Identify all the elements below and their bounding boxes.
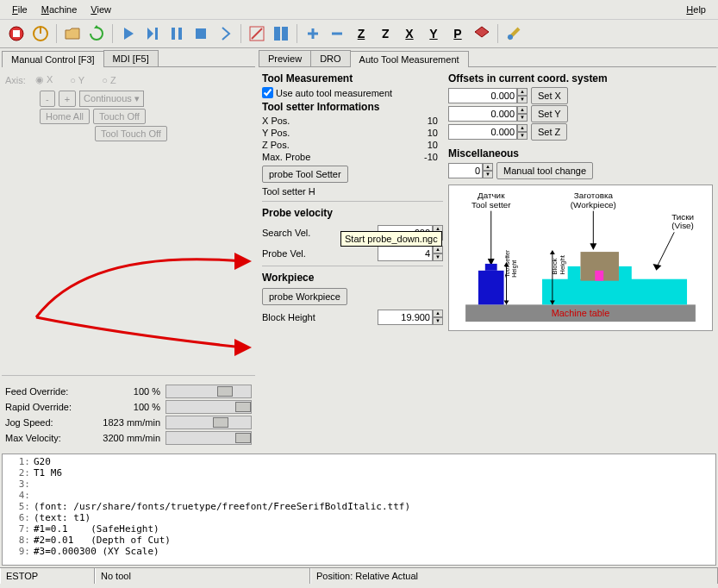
svg-rect-33 <box>568 266 581 288</box>
svg-rect-10 <box>274 27 280 41</box>
menu-help[interactable]: Help <box>679 2 713 17</box>
tab-dro[interactable]: DRO <box>310 50 350 66</box>
svg-rect-7 <box>196 28 206 39</box>
pause-button[interactable] <box>165 22 188 45</box>
rapid-override-label: Rapid Override: <box>5 402 86 412</box>
jog-speed-label: Jog Speed: <box>5 417 86 428</box>
menu-machine[interactable]: Machine <box>34 2 84 17</box>
svg-text:Tool setter: Tool setter <box>471 200 511 210</box>
probe-velocity-title: Probe velocity <box>262 205 443 221</box>
auto-tool-label: Use auto tool measurement <box>276 88 392 98</box>
jog-speed-value: 1823 mm/min <box>86 417 165 428</box>
view-p-button[interactable]: P <box>446 22 469 45</box>
rapid-override-value: 100 % <box>86 402 165 412</box>
svg-text:Заготовка: Заготовка <box>574 191 614 200</box>
tab-mdi[interactable]: MDI [F5] <box>103 50 159 66</box>
svg-text:Block: Block <box>551 258 559 274</box>
offset-y-input[interactable]: ▲▼ <box>448 106 528 122</box>
jog-minus-button[interactable]: - <box>40 91 55 107</box>
maxprobe-label: Max. Probe <box>262 152 424 162</box>
set-y-button[interactable]: Set Y <box>531 105 568 122</box>
probe-workpiece-button[interactable]: probe Workpiece <box>262 288 347 305</box>
offset-z-input[interactable]: ▲▼ <box>448 124 528 140</box>
svg-text:Height: Height <box>511 260 518 278</box>
misc-title: Miscellaneous <box>448 146 713 161</box>
feed-override-label: Feed Override: <box>5 386 86 397</box>
view-persp-button[interactable] <box>471 22 493 45</box>
workpiece-title: Workpiece <box>262 270 443 285</box>
menu-view[interactable]: View <box>84 2 118 17</box>
clear-plot-button[interactable] <box>503 22 525 45</box>
tab-preview[interactable]: Preview <box>259 50 311 66</box>
probe-vel-input[interactable]: ▲▼ <box>378 246 443 261</box>
view-x-button[interactable]: X <box>398 22 421 45</box>
svg-text:Machine table: Machine table <box>552 308 610 318</box>
tool-measurement-title: Tool Measurement <box>262 71 443 86</box>
xpos-value: 10 <box>428 116 443 126</box>
svg-text:Тиски: Тиски <box>671 212 694 222</box>
offset-x-input[interactable]: ▲▼ <box>448 88 528 103</box>
svg-rect-32 <box>542 279 687 305</box>
svg-rect-6 <box>178 28 182 40</box>
view-y-button[interactable]: Y <box>422 22 445 45</box>
menu-file[interactable]: File <box>5 2 34 17</box>
svg-rect-27 <box>478 271 504 305</box>
power-button[interactable] <box>29 22 52 45</box>
zoom-in-button[interactable] <box>302 22 324 45</box>
svg-rect-11 <box>282 27 288 41</box>
jog-plus-button[interactable]: + <box>59 91 76 107</box>
annotation-arrows <box>19 222 260 360</box>
svg-rect-5 <box>172 28 175 40</box>
step-button[interactable] <box>141 22 164 45</box>
set-x-button[interactable]: Set X <box>531 87 568 104</box>
open-button[interactable] <box>61 22 84 45</box>
feed-override-slider[interactable] <box>165 385 252 398</box>
block-height-label: Block Height <box>262 312 378 322</box>
view-z2-button[interactable]: Z <box>374 22 396 45</box>
manual-tool-change-button[interactable]: Manual tool change <box>496 162 593 179</box>
set-z-button[interactable]: Set Z <box>531 123 567 141</box>
jog-speed-slider[interactable] <box>165 416 252 429</box>
opt-stop-button[interactable] <box>246 22 268 45</box>
estop-button[interactable] <box>5 22 28 45</box>
reload-button[interactable] <box>85 22 108 45</box>
tool-touch-off-button[interactable]: Tool Touch Off <box>95 126 167 141</box>
rapid-override-slider[interactable] <box>165 400 252 414</box>
axis-label: Axis: <box>5 75 26 85</box>
maxprobe-value: -10 <box>424 152 443 162</box>
play-button[interactable] <box>117 22 140 45</box>
touch-off-button[interactable]: Touch Off <box>93 109 146 124</box>
max-velocity-label: Max Velocity: <box>5 433 86 443</box>
svg-point-15 <box>508 34 513 40</box>
svg-rect-28 <box>485 264 497 271</box>
svg-text:Tool setter: Tool setter <box>504 249 510 278</box>
jog-mode-select[interactable]: Continuous ▾ <box>79 91 144 107</box>
auto-tool-checkbox[interactable] <box>262 87 273 98</box>
gcode-listing[interactable]: 1:G20 2:T1 M6 3: 4: 5:(font: /usr/share/… <box>2 454 716 566</box>
zpos-label: Z Pos. <box>262 140 428 150</box>
zoom-out-button[interactable] <box>326 22 348 45</box>
offsets-title: Offsets in current coord. system <box>448 71 713 86</box>
probe-tool-setter-button[interactable]: probe Tool Setter <box>262 166 348 183</box>
home-all-button[interactable]: Home All <box>40 109 90 124</box>
block-del-button[interactable] <box>270 22 292 45</box>
ypos-label: Y Pos. <box>262 128 428 138</box>
svg-text:(Workpiece): (Workpiece) <box>571 200 616 210</box>
tab-manual-control[interactable]: Manual Control [F3] <box>2 51 104 67</box>
skip-button[interactable] <box>214 22 236 45</box>
status-position: Position: Relative Actual <box>310 568 718 584</box>
status-estop: ESTOP <box>0 568 95 584</box>
misc-input[interactable]: ▲▼ <box>448 163 493 178</box>
svg-line-24 <box>657 232 674 266</box>
axis-z-radio: ○ Z <box>102 75 116 85</box>
stop-button[interactable] <box>190 22 212 45</box>
max-velocity-slider[interactable] <box>165 431 252 445</box>
tool-setter-info-title: Tool setter Informations <box>262 99 443 115</box>
block-height-input[interactable]: ▲▼ <box>378 310 443 325</box>
svg-text:Height: Height <box>559 254 566 275</box>
view-z-button[interactable]: Z <box>350 22 372 45</box>
tab-auto-tool-measurement[interactable]: Auto Tool Measurement <box>350 51 469 67</box>
max-velocity-value: 3200 mm/min <box>86 433 165 443</box>
feed-override-value: 100 % <box>86 386 165 397</box>
probe-vel-label: Probe Vel. <box>262 248 378 259</box>
